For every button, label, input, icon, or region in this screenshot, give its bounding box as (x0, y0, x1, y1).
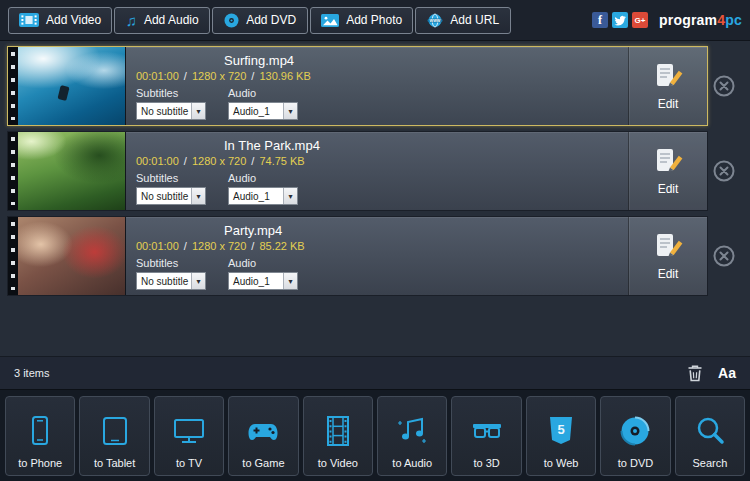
add-photo-label: Add Photo (346, 13, 402, 27)
output-label: to DVD (618, 457, 653, 469)
html5-icon: 5 (544, 405, 578, 457)
tv-icon (172, 405, 206, 457)
audio-value: Audio_1 (229, 106, 283, 117)
font-settings-button[interactable]: Aa (718, 365, 736, 381)
output-panel: to Phone to Tablet to TV to Game to Vide (0, 389, 750, 481)
status-bar: 3 items Aa (0, 356, 750, 389)
video-resolution: 1280 x 720 (192, 70, 246, 82)
video-item-card[interactable]: In The Park.mp4 00:01:00/1280 x 720/74.7… (7, 131, 708, 211)
add-url-button[interactable]: WWW Add URL (415, 7, 511, 34)
chevron-down-icon (283, 273, 297, 289)
search-button[interactable]: Search (675, 396, 745, 476)
subtitles-label: Subtitles (136, 172, 206, 184)
output-to-audio-button[interactable]: to Audio (377, 396, 447, 476)
google-plus-icon[interactable] (632, 12, 648, 28)
edit-pencil-icon (653, 231, 683, 264)
output-to-game-button[interactable]: to Game (228, 396, 298, 476)
video-converter-window: Add Video ♫ Add Audio Add DVD Add Photo … (0, 0, 750, 481)
chevron-down-icon (191, 188, 205, 204)
brand-logo[interactable]: program4pc (659, 12, 742, 28)
audio-select[interactable]: Audio_1 (228, 102, 298, 120)
video-title: Party.mp4 (224, 223, 618, 238)
edit-button-label: Edit (658, 182, 679, 196)
video-thumbnail[interactable] (8, 47, 126, 125)
subtitles-select[interactable]: No subtitle (136, 272, 206, 290)
subtitles-value: No subtitle (137, 276, 191, 287)
subtitles-label: Subtitles (136, 87, 206, 99)
edit-button[interactable]: Edit (628, 217, 707, 295)
video-item-card[interactable]: Surfing.mp4 00:01:00/1280 x 720/130.96 K… (7, 46, 708, 126)
output-label: to Phone (18, 457, 62, 469)
audio-select[interactable]: Audio_1 (228, 187, 298, 205)
video-meta: 00:01:00/1280 x 720/130.96 KB (136, 70, 618, 82)
add-dvd-button[interactable]: Add DVD (212, 7, 308, 34)
video-item-card[interactable]: Party.mp4 00:01:00/1280 x 720/85.22 KB S… (7, 216, 708, 296)
output-to-video-button[interactable]: to Video (303, 396, 373, 476)
subtitles-value: No subtitle (137, 191, 191, 202)
video-filesize: 85.22 KB (259, 240, 304, 252)
search-icon (693, 405, 727, 457)
audio-select[interactable]: Audio_1 (228, 272, 298, 290)
video-duration: 00:01:00 (136, 240, 179, 252)
3d-glasses-icon (470, 405, 504, 457)
svg-text:WWW: WWW (430, 18, 441, 22)
audio-value: Audio_1 (229, 191, 283, 202)
output-to-web-button[interactable]: 5 to Web (526, 396, 596, 476)
video-duration: 00:01:00 (136, 70, 179, 82)
photo-icon (321, 14, 339, 27)
gamepad-icon (246, 405, 280, 457)
output-label: to 3D (473, 457, 499, 469)
trash-icon[interactable] (687, 364, 703, 382)
subtitles-select[interactable]: No subtitle (136, 187, 206, 205)
dvd-disc-icon (618, 405, 652, 457)
meta-separator: / (251, 70, 254, 82)
add-photo-button[interactable]: Add Photo (310, 7, 413, 34)
add-video-label: Add Video (46, 13, 101, 27)
add-dvd-label: Add DVD (246, 13, 296, 27)
audio-value: Audio_1 (229, 276, 283, 287)
output-to-tv-button[interactable]: to TV (154, 396, 224, 476)
brand-part-3: pc (725, 12, 742, 28)
edit-button[interactable]: Edit (628, 47, 707, 125)
video-controls: Subtitles No subtitle Audio Audio_1 (136, 257, 618, 290)
video-resolution: 1280 x 720 (192, 240, 246, 252)
video-filesize: 74.75 KB (259, 155, 304, 167)
output-to-dvd-button[interactable]: to DVD (600, 396, 670, 476)
video-item: In The Park.mp4 00:01:00/1280 x 720/74.7… (7, 131, 750, 211)
subtitles-select[interactable]: No subtitle (136, 102, 206, 120)
video-item: Surfing.mp4 00:01:00/1280 x 720/130.96 K… (7, 46, 750, 126)
twitter-icon[interactable] (612, 12, 628, 28)
output-label: to Game (242, 457, 284, 469)
edit-button[interactable]: Edit (628, 132, 707, 210)
output-label: to TV (176, 457, 202, 469)
output-to-tablet-button[interactable]: to Tablet (79, 396, 149, 476)
music-notes-icon (395, 405, 429, 457)
add-video-button[interactable]: Add Video (8, 7, 112, 34)
add-audio-button[interactable]: ♫ Add Audio (114, 7, 210, 34)
meta-separator: / (184, 155, 187, 167)
edit-pencil-icon (653, 146, 683, 179)
remove-item-button[interactable] (712, 159, 736, 183)
remove-item-button[interactable] (712, 244, 736, 268)
add-url-label: Add URL (450, 13, 499, 27)
audio-label: Audio (228, 172, 298, 184)
video-info: In The Park.mp4 00:01:00/1280 x 720/74.7… (126, 132, 628, 210)
video-thumbnail[interactable] (8, 217, 126, 295)
audio-control: Audio Audio_1 (228, 257, 298, 290)
audio-label: Audio (228, 87, 298, 99)
output-to-3d-button[interactable]: to 3D (451, 396, 521, 476)
output-to-phone-button[interactable]: to Phone (5, 396, 75, 476)
subtitles-label: Subtitles (136, 257, 206, 269)
subtitles-control: Subtitles No subtitle (136, 87, 206, 120)
subtitles-value: No subtitle (137, 106, 191, 117)
facebook-icon[interactable] (592, 12, 608, 28)
chevron-down-icon (191, 273, 205, 289)
output-label: Search (692, 457, 727, 469)
music-note-icon: ♫ (126, 13, 137, 28)
audio-control: Audio Audio_1 (228, 172, 298, 205)
video-item: Party.mp4 00:01:00/1280 x 720/85.22 KB S… (7, 216, 750, 296)
video-controls: Subtitles No subtitle Audio Audio_1 (136, 87, 618, 120)
video-thumbnail[interactable] (8, 132, 126, 210)
remove-item-button[interactable] (712, 74, 736, 98)
filmstrip-perforation (8, 132, 18, 210)
